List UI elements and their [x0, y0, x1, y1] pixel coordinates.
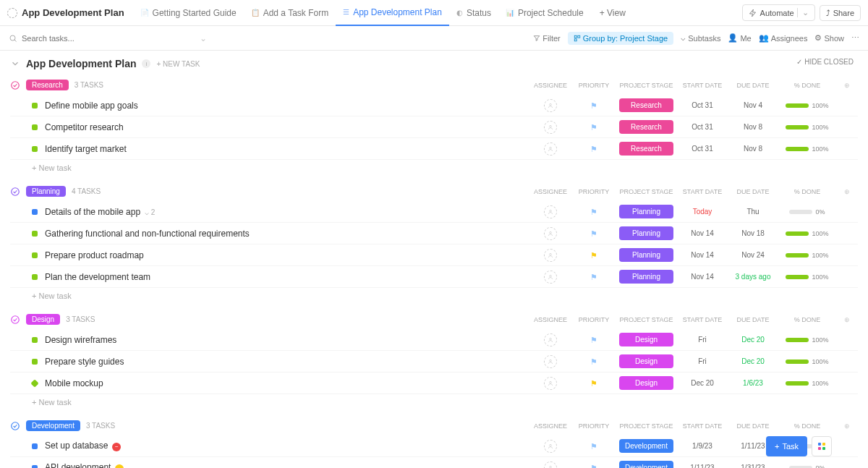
stage-badge[interactable]: Development [26, 420, 80, 431]
task-row[interactable]: Define mobile app goals ⚑ Research Oct 3… [10, 95, 858, 116]
priority-flag[interactable]: ⚑ [590, 229, 597, 238]
tab-app-development-plan[interactable]: ☰App Development Plan [336, 0, 449, 26]
due-date[interactable]: Dec 20 [728, 336, 778, 344]
assignee-button[interactable] [544, 205, 557, 218]
start-date[interactable]: 1/9/23 [677, 442, 728, 450]
assignee-button[interactable] [544, 461, 557, 469]
start-date[interactable]: Fri [677, 336, 728, 344]
stage-pill[interactable]: Development [619, 439, 673, 453]
assignee-button[interactable] [544, 271, 557, 284]
search-input[interactable] [22, 34, 166, 43]
progress[interactable]: 100% [778, 102, 836, 109]
task-name[interactable]: Identify target market [45, 144, 529, 154]
status-square[interactable] [32, 209, 38, 215]
progress[interactable]: 0% [778, 208, 836, 216]
start-date[interactable]: Nov 14 [677, 251, 728, 259]
stage-badge[interactable]: Research [26, 80, 69, 90]
collapse-icon[interactable] [10, 187, 20, 197]
task-name[interactable]: Prepare style guides [45, 357, 529, 367]
assignee-button[interactable] [544, 99, 557, 112]
assignee-button[interactable] [544, 142, 557, 156]
start-date[interactable]: Today [677, 208, 728, 216]
assignee-button[interactable] [544, 377, 557, 390]
task-name[interactable]: Mobile mockup [45, 378, 529, 388]
progress[interactable]: 100% [778, 273, 836, 281]
stage-pill[interactable]: Development [619, 461, 673, 468]
task-row[interactable]: Prepare product roadmap ⚑ Planning Nov 1… [10, 244, 858, 266]
share-button[interactable]: ⤴ Share [820, 5, 861, 21]
start-date[interactable]: Oct 31 [677, 101, 728, 109]
stage-pill[interactable]: Planning [619, 270, 673, 284]
chevron-down-icon[interactable] [10, 59, 20, 69]
task-row[interactable]: Set up database− ⚑ Development 1/9/23 1/… [10, 435, 858, 457]
progress[interactable]: 100% [778, 124, 836, 131]
due-date[interactable]: Dec 20 [728, 357, 778, 365]
status-square[interactable] [32, 231, 38, 237]
status-square[interactable] [32, 124, 38, 130]
search-box[interactable]: ⌄ [9, 33, 533, 43]
add-column-button[interactable]: ⊕ [836, 82, 858, 89]
task-name[interactable]: Prepare product roadmap [45, 250, 529, 260]
collapse-icon[interactable] [10, 80, 20, 90]
due-date[interactable]: Nov 4 [728, 101, 778, 109]
task-row[interactable]: Prepare style guides ⚑ Design Fri Dec 20… [10, 351, 858, 373]
start-date[interactable]: Nov 14 [677, 273, 728, 281]
stage-pill[interactable]: Research [619, 120, 673, 134]
status-square[interactable] [32, 103, 38, 109]
assignee-button[interactable] [544, 249, 557, 262]
task-name[interactable]: Design wireframes [45, 335, 529, 345]
start-date[interactable]: Dec 20 [677, 379, 728, 387]
progress[interactable]: 100% [778, 145, 836, 153]
hide-closed-button[interactable]: ✓ HIDE CLOSED [796, 58, 854, 66]
priority-flag[interactable]: ⚑ [590, 208, 597, 216]
status-square[interactable] [32, 274, 38, 280]
subtasks-button[interactable]: ⌵ Subtasks [681, 33, 720, 43]
due-date[interactable]: 1/6/23 [728, 379, 778, 387]
task-fab-button[interactable]: + Task [766, 436, 807, 456]
info-icon[interactable]: i [142, 59, 150, 68]
collapse-icon[interactable] [10, 421, 20, 431]
task-name[interactable]: Competitor research [45, 122, 529, 132]
filter-button[interactable]: Filter [533, 34, 560, 43]
priority-flag[interactable]: ⚑ [590, 123, 597, 132]
assignee-button[interactable] [544, 333, 557, 346]
task-row[interactable]: Design wireframes ⚑ Design Fri Dec 20 10… [10, 329, 858, 351]
status-square[interactable] [32, 252, 38, 258]
priority-flag[interactable]: ⚑ [590, 336, 597, 344]
stage-pill[interactable]: Planning [619, 226, 673, 240]
status-square[interactable] [32, 465, 38, 469]
task-row[interactable]: Plan the development team ⚑ Planning Nov… [10, 266, 858, 288]
priority-flag[interactable]: ⚑ [590, 357, 597, 366]
progress[interactable]: 100% [778, 252, 836, 259]
status-square[interactable] [32, 146, 38, 152]
assignee-button[interactable] [544, 355, 557, 368]
status-square[interactable] [32, 443, 38, 449]
task-row[interactable]: Gathering functional and non-functional … [10, 223, 858, 244]
add-column-button[interactable]: ⊕ [836, 188, 858, 195]
due-date[interactable]: Nov 8 [728, 123, 778, 131]
new-task-button[interactable]: + NEW TASK [156, 60, 200, 68]
task-name[interactable]: API development− [45, 462, 529, 468]
tab-add-a-task-form[interactable]: 📋Add a Task Form [244, 0, 336, 26]
progress[interactable]: 0% [778, 464, 836, 469]
priority-flag[interactable]: ⚑ [590, 379, 597, 388]
task-name[interactable]: Details of the mobile app⌵ 2 [45, 207, 529, 217]
show-button[interactable]: ⚙ Show [814, 33, 844, 43]
more-button[interactable]: ⋯ [851, 33, 859, 43]
tab-status[interactable]: ◐Status [449, 0, 498, 26]
stage-pill[interactable]: Research [619, 98, 673, 112]
task-name[interactable]: Gathering functional and non-functional … [45, 229, 529, 239]
stage-pill[interactable]: Design [619, 354, 673, 368]
status-square[interactable] [32, 359, 38, 365]
progress[interactable]: 100% [778, 380, 836, 387]
assignee-button[interactable] [544, 121, 557, 134]
stage-badge[interactable]: Planning [26, 186, 66, 197]
progress[interactable]: 100% [778, 358, 836, 365]
priority-flag[interactable]: ⚑ [590, 101, 597, 110]
me-button[interactable]: 👤 Me [728, 33, 751, 43]
task-name[interactable]: Set up database− [45, 441, 529, 451]
assignees-button[interactable]: 👥 Assignees [759, 33, 808, 43]
progress[interactable]: 100% [778, 230, 836, 237]
collapse-icon[interactable] [10, 315, 20, 325]
subtask-count[interactable]: ⌵ 2 [145, 208, 155, 216]
